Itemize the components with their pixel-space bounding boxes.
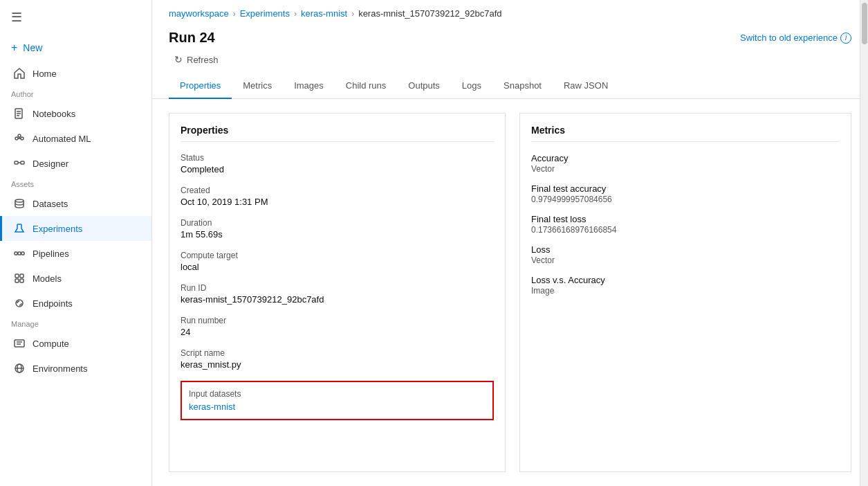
prop-run-number-label: Run number <box>181 316 494 325</box>
prop-status: Status Completed <box>181 153 494 174</box>
tab-child-runs[interactable]: Child runs <box>335 73 398 99</box>
metrics-panel-title: Metrics <box>531 125 840 142</box>
new-button[interactable]: + New <box>0 35 151 61</box>
sidebar-item-designer[interactable]: Designer <box>0 151 151 176</box>
scrollbar-thumb <box>862 3 867 44</box>
dataset-link[interactable]: keras-mnist <box>189 402 235 412</box>
manage-section-label: Manage <box>0 316 151 331</box>
main-content: mayworkspace › Experiments › keras-mnist… <box>152 0 868 486</box>
sidebar-item-experiments[interactable]: Experiments <box>0 216 151 241</box>
sidebar-item-label: Datasets <box>33 199 68 209</box>
svg-point-5 <box>21 137 24 140</box>
prop-run-number: Run number 24 <box>181 316 494 337</box>
svg-rect-24 <box>15 340 24 347</box>
svg-rect-10 <box>21 161 24 164</box>
breadcrumb-sep-3: › <box>351 9 354 19</box>
metric-loss-vs-accuracy-name: Loss v.s. Accuracy <box>531 275 840 285</box>
experiments-icon <box>13 222 26 235</box>
scrollbar[interactable] <box>860 0 868 486</box>
new-label: New <box>23 42 42 53</box>
sidebar-header: ☰ <box>0 0 151 35</box>
breadcrumb: mayworkspace › Experiments › keras-mnist… <box>152 0 868 24</box>
prop-run-id-value: keras-mnist_1570739212_92bc7afd <box>181 294 494 305</box>
sidebar-item-label: Endpoints <box>33 298 73 309</box>
prop-status-value: Completed <box>181 164 494 174</box>
breadcrumb-sep-1: › <box>233 9 236 19</box>
tabs-bar: Properties Metrics Images Child runs Out… <box>152 73 868 99</box>
prop-compute-target-value: local <box>181 262 494 272</box>
breadcrumb-mayworkspace[interactable]: mayworkspace <box>169 8 229 19</box>
properties-panel: Properties Status Completed Created Oct … <box>169 113 506 472</box>
tab-logs[interactable]: Logs <box>451 73 492 99</box>
automated-ml-icon <box>13 132 26 145</box>
sidebar-item-label: Pipelines <box>33 249 69 259</box>
input-datasets-label: Input datasets <box>189 389 486 399</box>
metric-final-test-accuracy-name: Final test accuracy <box>531 183 840 194</box>
svg-rect-20 <box>20 274 24 278</box>
sidebar-item-label: Notebooks <box>33 109 75 119</box>
refresh-bar: ↻ Refresh <box>152 46 868 73</box>
refresh-icon: ↻ <box>174 54 183 65</box>
breadcrumb-sep-2: › <box>294 9 297 19</box>
breadcrumb-current: keras-mnist_1570739212_92bc7afd <box>358 8 501 19</box>
sidebar-item-pipelines[interactable]: Pipelines <box>0 241 151 266</box>
environments-icon <box>13 362 26 375</box>
prop-input-datasets: Input datasets keras-mnist <box>181 381 494 420</box>
input-datasets-box: Input datasets keras-mnist <box>181 381 494 420</box>
sidebar-item-automated-ml[interactable]: Automated ML <box>0 126 151 151</box>
refresh-button[interactable]: ↻ Refresh <box>169 51 224 68</box>
prop-script-name-label: Script name <box>181 348 494 358</box>
sidebar-item-endpoints[interactable]: Endpoints <box>0 291 151 316</box>
svg-point-6 <box>18 134 21 137</box>
prop-script-name-value: keras_mnist.py <box>181 359 494 370</box>
svg-rect-22 <box>20 279 24 282</box>
tab-raw-json[interactable]: Raw JSON <box>553 73 619 99</box>
breadcrumb-experiments[interactable]: Experiments <box>240 8 290 19</box>
sidebar-item-notebooks[interactable]: Notebooks <box>0 101 151 126</box>
sidebar-item-label: Designer <box>33 159 68 169</box>
sidebar-item-models[interactable]: Models <box>0 266 151 291</box>
tab-metrics[interactable]: Metrics <box>232 73 283 99</box>
hamburger-icon[interactable]: ☰ <box>11 10 22 25</box>
sidebar-item-label: Home <box>33 69 57 79</box>
svg-rect-15 <box>18 252 21 255</box>
svg-rect-16 <box>21 252 24 255</box>
prop-script-name: Script name keras_mnist.py <box>181 348 494 370</box>
prop-compute-target: Compute target local <box>181 251 494 272</box>
metric-loss: Loss Vector <box>531 244 840 265</box>
sidebar-item-datasets[interactable]: Datasets <box>0 191 151 216</box>
sidebar-item-environments[interactable]: Environments <box>0 356 151 381</box>
tab-properties[interactable]: Properties <box>169 73 232 99</box>
prop-created-value: Oct 10, 2019 1:31 PM <box>181 197 494 207</box>
home-icon <box>13 67 26 80</box>
tab-images[interactable]: Images <box>283 73 335 99</box>
metric-accuracy: Accuracy Vector <box>531 153 840 174</box>
sidebar-item-home[interactable]: Home <box>0 61 151 86</box>
compute-icon <box>13 337 26 350</box>
sidebar-item-label: Compute <box>33 339 69 349</box>
prop-duration-label: Duration <box>181 218 494 228</box>
metric-accuracy-value: Vector <box>531 164 840 174</box>
assets-section-label: Assets <box>0 176 151 191</box>
page-title: Run 24 <box>169 30 215 46</box>
metric-loss-value: Vector <box>531 255 840 265</box>
info-icon: i <box>840 33 851 44</box>
svg-rect-9 <box>15 161 18 164</box>
sidebar-item-label: Environments <box>33 363 87 374</box>
metric-final-test-accuracy-value: 0.9794999957084656 <box>531 195 840 204</box>
models-icon <box>13 272 26 285</box>
svg-rect-21 <box>15 279 19 282</box>
prop-run-number-value: 24 <box>181 327 494 337</box>
prop-created: Created Oct 10, 2019 1:31 PM <box>181 186 494 207</box>
metric-final-test-loss-value: 0.17366168976166854 <box>531 225 840 235</box>
refresh-label: Refresh <box>187 55 219 65</box>
plus-icon: + <box>11 42 17 54</box>
switch-to-old-experience-link[interactable]: Switch to old experience i <box>740 33 851 44</box>
tab-snapshot[interactable]: Snapshot <box>492 73 553 99</box>
datasets-icon <box>13 197 26 210</box>
tab-outputs[interactable]: Outputs <box>397 73 451 99</box>
sidebar-item-compute[interactable]: Compute <box>0 331 151 356</box>
notebooks-icon <box>13 107 26 120</box>
breadcrumb-keras-mnist[interactable]: keras-mnist <box>301 8 347 19</box>
author-section-label: Author <box>0 86 151 101</box>
